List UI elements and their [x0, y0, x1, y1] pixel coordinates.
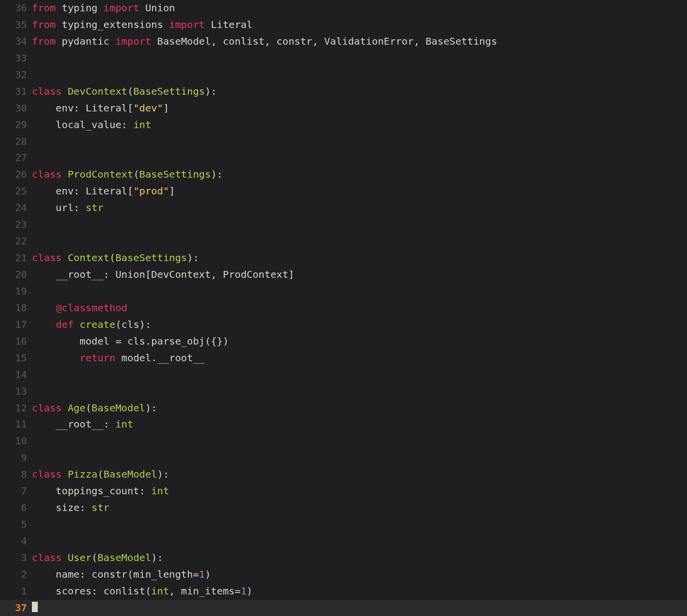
code-line[interactable]: 36from typing import Union	[0, 0, 687, 17]
code-line[interactable]: 14	[0, 367, 687, 383]
token	[62, 168, 68, 180]
code-line[interactable]: 32	[0, 67, 687, 83]
token: import	[169, 19, 205, 30]
line-number: 27	[0, 150, 32, 166]
code-line[interactable]: 33	[0, 50, 687, 67]
code-content[interactable]: name: constr(min_length=1)	[32, 566, 687, 583]
token: int	[133, 119, 151, 131]
line-number: 14	[0, 367, 32, 383]
code-content[interactable]: class Pizza(BaseModel):	[32, 466, 687, 483]
code-line[interactable]: 17 def create(cls):	[0, 317, 687, 333]
code-line[interactable]: 26class ProdContext(BaseSettings):	[0, 166, 687, 183]
code-line[interactable]: 4	[0, 533, 687, 550]
code-editor[interactable]: 36from typing import Union35from typing_…	[0, 0, 687, 616]
code-content[interactable]: return model.__root__	[32, 350, 687, 367]
token: str	[92, 502, 109, 513]
code-line[interactable]: 15 return model.__root__	[0, 350, 687, 367]
token: (	[109, 252, 115, 264]
code-content[interactable]: from typing import Union	[32, 0, 687, 17]
token: BaseModel	[98, 552, 151, 563]
code-content[interactable]: class Age(BaseModel):	[32, 400, 687, 417]
code-line[interactable]: 11 __root__: int	[0, 416, 687, 433]
code-line[interactable]: 30 env: Literal["dev"]	[0, 100, 687, 117]
line-number: 10	[0, 433, 32, 450]
code-line[interactable]: 18 @classmethod	[0, 300, 687, 317]
code-content[interactable]: __root__: Union[DevContext, ProdContext]	[32, 267, 687, 283]
line-number: 4	[0, 533, 32, 550]
code-line[interactable]: 28	[0, 134, 687, 150]
line-number: 18	[0, 300, 32, 317]
line-number: 31	[0, 83, 32, 100]
token	[62, 552, 68, 563]
code-content[interactable]: def create(cls):	[32, 317, 687, 333]
token: "prod"	[133, 185, 169, 197]
code-line[interactable]: 27	[0, 150, 687, 166]
code-content[interactable]: local_value: int	[32, 117, 687, 134]
token: ):	[151, 552, 163, 563]
token	[32, 302, 56, 314]
code-line[interactable]: 6 size: str	[0, 500, 687, 516]
code-content[interactable]: from pydantic import BaseModel, conlist,…	[32, 33, 687, 50]
code-content[interactable]: class Context(BaseSettings):	[32, 250, 687, 267]
code-content[interactable]: class DevContext(BaseSettings):	[32, 83, 687, 100]
code-content[interactable]	[32, 600, 687, 616]
token: def	[56, 319, 74, 330]
token: BaseSettings	[115, 252, 187, 264]
token: (	[133, 168, 139, 180]
code-line[interactable]: 8class Pizza(BaseModel):	[0, 466, 687, 483]
code-line[interactable]: 2 name: constr(min_length=1)	[0, 566, 687, 583]
code-line[interactable]: 3class User(BaseModel):	[0, 550, 687, 566]
token: scores: conlist(	[32, 585, 151, 597]
token: toppings_count:	[32, 485, 151, 497]
code-line[interactable]: 19	[0, 283, 687, 300]
token	[32, 319, 56, 330]
token: pydantic	[56, 35, 116, 47]
code-line[interactable]: 20 __root__: Union[DevContext, ProdConte…	[0, 267, 687, 283]
code-line[interactable]: 1 scores: conlist(int, min_items=1)	[0, 583, 687, 600]
token: Age	[68, 402, 85, 414]
code-line[interactable]: 22	[0, 233, 687, 250]
code-content[interactable]: toppings_count: int	[32, 483, 687, 500]
code-content[interactable]: class ProdContext(BaseSettings):	[32, 166, 687, 183]
code-content[interactable]: class User(BaseModel):	[32, 550, 687, 566]
code-content[interactable]: url: str	[32, 200, 687, 216]
code-content[interactable]: __root__: int	[32, 416, 687, 433]
line-number: 19	[0, 283, 32, 300]
code-line[interactable]: 10	[0, 433, 687, 450]
code-line[interactable]: 7 toppings_count: int	[0, 483, 687, 500]
token	[74, 319, 79, 330]
token: int	[115, 418, 133, 430]
code-line[interactable]: 21class Context(BaseSettings):	[0, 250, 687, 267]
token: BaseSettings	[139, 168, 211, 180]
code-line[interactable]: 34from pydantic import BaseModel, conlis…	[0, 33, 687, 50]
current-line[interactable]: 37	[0, 600, 687, 616]
code-content[interactable]: scores: conlist(int, min_items=1)	[32, 583, 687, 600]
code-line[interactable]: 9	[0, 450, 687, 466]
code-line[interactable]: 12class Age(BaseModel):	[0, 400, 687, 417]
code-content[interactable]: env: Literal["dev"]	[32, 100, 687, 117]
line-number: 25	[0, 183, 32, 200]
code-line[interactable]: 29 local_value: int	[0, 117, 687, 134]
line-number: 2	[0, 566, 32, 583]
token: class	[32, 252, 62, 264]
code-content[interactable]: from typing_extensions import Literal	[32, 17, 687, 33]
code-line[interactable]: 24 url: str	[0, 200, 687, 216]
code-line[interactable]: 13	[0, 383, 687, 400]
token: ProdContext	[68, 168, 133, 180]
code-line[interactable]: 5	[0, 516, 687, 533]
token: from	[32, 19, 56, 30]
code-content[interactable]: env: Literal["prod"]	[32, 183, 687, 200]
code-content[interactable]: @classmethod	[32, 300, 687, 317]
line-number: 11	[0, 416, 32, 433]
token: ):	[205, 85, 217, 97]
code-content[interactable]: size: str	[32, 500, 687, 516]
token: size:	[32, 502, 92, 513]
code-line[interactable]: 31class DevContext(BaseSettings):	[0, 83, 687, 100]
token	[62, 252, 68, 264]
code-content[interactable]: model = cls.parse_obj({})	[32, 333, 687, 350]
code-line[interactable]: 23	[0, 216, 687, 233]
token: class	[32, 552, 62, 563]
code-line[interactable]: 25 env: Literal["prod"]	[0, 183, 687, 200]
code-line[interactable]: 16 model = cls.parse_obj({})	[0, 333, 687, 350]
code-line[interactable]: 35from typing_extensions import Literal	[0, 17, 687, 33]
